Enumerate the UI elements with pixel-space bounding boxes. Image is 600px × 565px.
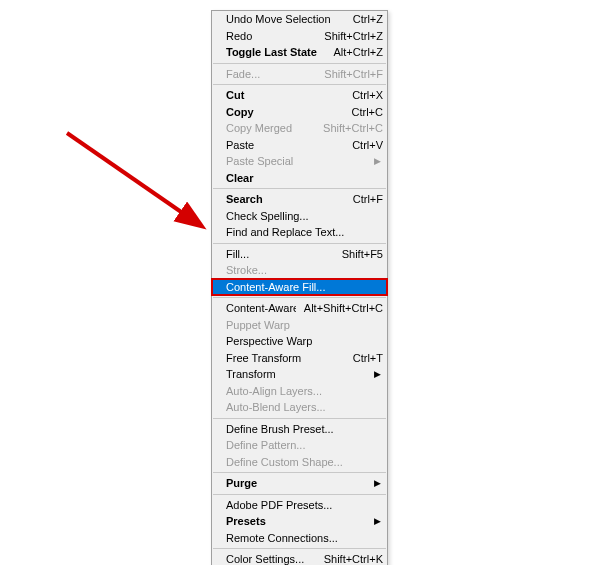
menu-item-label: Cut bbox=[226, 89, 344, 101]
menu-item-search[interactable]: SearchCtrl+F bbox=[212, 191, 387, 208]
menu-item-undo-move-selection[interactable]: Undo Move SelectionCtrl+Z bbox=[212, 11, 387, 28]
menu-item-label: Puppet Warp bbox=[226, 319, 383, 331]
menu-item-copy-merged: Copy MergedShift+Ctrl+C bbox=[212, 120, 387, 137]
menu-item-clear[interactable]: Clear bbox=[212, 170, 387, 187]
menu-separator bbox=[213, 84, 386, 85]
menu-item-label: Remote Connections... bbox=[226, 532, 383, 544]
menu-item-shortcut: Shift+Ctrl+K bbox=[316, 553, 383, 565]
menu-item-color-settings[interactable]: Color Settings...Shift+Ctrl+K bbox=[212, 551, 387, 565]
menu-separator bbox=[213, 548, 386, 549]
menu-item-label: Auto-Align Layers... bbox=[226, 385, 383, 397]
menu-item-shortcut: Shift+F5 bbox=[334, 248, 383, 260]
menu-item-shortcut: Ctrl+Z bbox=[345, 13, 383, 25]
menu-item-cut[interactable]: CutCtrl+X bbox=[212, 87, 387, 104]
menu-item-check-spelling[interactable]: Check Spelling... bbox=[212, 208, 387, 225]
menu-item-define-custom-shape: Define Custom Shape... bbox=[212, 454, 387, 471]
chevron-right-icon: ▶ bbox=[374, 517, 381, 526]
menu-item-toggle-last-state[interactable]: Toggle Last StateAlt+Ctrl+Z bbox=[212, 44, 387, 61]
menu-item-label: Toggle Last State bbox=[226, 46, 325, 58]
menu-item-shortcut: Alt+Shift+Ctrl+C bbox=[296, 302, 383, 314]
chevron-right-icon: ▶ bbox=[374, 157, 381, 166]
menu-item-puppet-warp: Puppet Warp bbox=[212, 317, 387, 334]
menu-item-paste-special: Paste Special▶ bbox=[212, 153, 387, 170]
menu-item-shortcut: Shift+Ctrl+F bbox=[316, 68, 383, 80]
menu-item-label: Transform bbox=[226, 368, 368, 380]
menu-item-label: Define Custom Shape... bbox=[226, 456, 383, 468]
menu-item-label: Undo Move Selection bbox=[226, 13, 345, 25]
menu-item-stroke: Stroke... bbox=[212, 262, 387, 279]
menu-item-label: Free Transform bbox=[226, 352, 345, 364]
menu-item-fill[interactable]: Fill...Shift+F5 bbox=[212, 246, 387, 263]
menu-item-label: Fade... bbox=[226, 68, 316, 80]
menu-separator bbox=[213, 472, 386, 473]
menu-separator bbox=[213, 297, 386, 298]
menu-item-label: Paste Special bbox=[226, 155, 368, 167]
menu-item-shortcut: Ctrl+V bbox=[344, 139, 383, 151]
menu-item-shortcut: Ctrl+C bbox=[344, 106, 383, 118]
menu-item-define-brush-preset[interactable]: Define Brush Preset... bbox=[212, 421, 387, 438]
menu-separator bbox=[213, 494, 386, 495]
menu-item-label: Clear bbox=[226, 172, 383, 184]
menu-item-label: Define Pattern... bbox=[226, 439, 383, 451]
menu-item-label: Perspective Warp bbox=[226, 335, 383, 347]
menu-item-label: Find and Replace Text... bbox=[226, 226, 383, 238]
menu-item-free-transform[interactable]: Free TransformCtrl+T bbox=[212, 350, 387, 367]
menu-item-label: Define Brush Preset... bbox=[226, 423, 383, 435]
menu-item-label: Presets bbox=[226, 515, 368, 527]
menu-item-shortcut: Ctrl+X bbox=[344, 89, 383, 101]
menu-item-label: Content-Aware Scale bbox=[226, 302, 296, 314]
menu-item-label: Check Spelling... bbox=[226, 210, 383, 222]
menu-item-label: Copy bbox=[226, 106, 344, 118]
menu-item-purge[interactable]: Purge▶ bbox=[212, 475, 387, 492]
menu-item-presets[interactable]: Presets▶ bbox=[212, 513, 387, 530]
menu-item-content-aware-scale[interactable]: Content-Aware ScaleAlt+Shift+Ctrl+C bbox=[212, 300, 387, 317]
menu-separator bbox=[213, 418, 386, 419]
menu-item-paste[interactable]: PasteCtrl+V bbox=[212, 137, 387, 154]
menu-separator bbox=[213, 188, 386, 189]
menu-item-fade: Fade...Shift+Ctrl+F bbox=[212, 66, 387, 83]
chevron-right-icon: ▶ bbox=[374, 370, 381, 379]
menu-item-label: Purge bbox=[226, 477, 368, 489]
menu-separator bbox=[213, 63, 386, 64]
menu-item-shortcut: Shift+Ctrl+Z bbox=[316, 30, 383, 42]
menu-item-label: Auto-Blend Layers... bbox=[226, 401, 383, 413]
menu-item-label: Redo bbox=[226, 30, 316, 42]
menu-item-adobe-pdf-presets[interactable]: Adobe PDF Presets... bbox=[212, 497, 387, 514]
menu-separator bbox=[213, 243, 386, 244]
menu-item-label: Stroke... bbox=[226, 264, 383, 276]
menu-item-auto-blend-layers: Auto-Blend Layers... bbox=[212, 399, 387, 416]
menu-item-shortcut: Alt+Ctrl+Z bbox=[325, 46, 383, 58]
svg-line-1 bbox=[67, 133, 200, 225]
menu-item-label: Search bbox=[226, 193, 345, 205]
menu-item-define-pattern: Define Pattern... bbox=[212, 437, 387, 454]
menu-item-label: Adobe PDF Presets... bbox=[226, 499, 383, 511]
edit-context-menu: Undo Move SelectionCtrl+ZRedoShift+Ctrl+… bbox=[211, 10, 388, 565]
menu-item-label: Copy Merged bbox=[226, 122, 315, 134]
menu-item-copy[interactable]: CopyCtrl+C bbox=[212, 104, 387, 121]
menu-item-shortcut: Shift+Ctrl+C bbox=[315, 122, 383, 134]
menu-item-content-aware-fill[interactable]: Content-Aware Fill... bbox=[212, 279, 387, 296]
menu-item-auto-align-layers: Auto-Align Layers... bbox=[212, 383, 387, 400]
menu-item-label: Fill... bbox=[226, 248, 334, 260]
menu-item-shortcut: Ctrl+T bbox=[345, 352, 383, 364]
menu-item-redo[interactable]: RedoShift+Ctrl+Z bbox=[212, 28, 387, 45]
menu-item-perspective-warp[interactable]: Perspective Warp bbox=[212, 333, 387, 350]
menu-item-transform[interactable]: Transform▶ bbox=[212, 366, 387, 383]
chevron-right-icon: ▶ bbox=[374, 479, 381, 488]
menu-item-label: Paste bbox=[226, 139, 344, 151]
menu-item-shortcut: Ctrl+F bbox=[345, 193, 383, 205]
menu-item-label: Content-Aware Fill... bbox=[226, 281, 383, 293]
menu-item-remote-connections[interactable]: Remote Connections... bbox=[212, 530, 387, 547]
menu-item-find-and-replace-text[interactable]: Find and Replace Text... bbox=[212, 224, 387, 241]
menu-item-label: Color Settings... bbox=[226, 553, 316, 565]
